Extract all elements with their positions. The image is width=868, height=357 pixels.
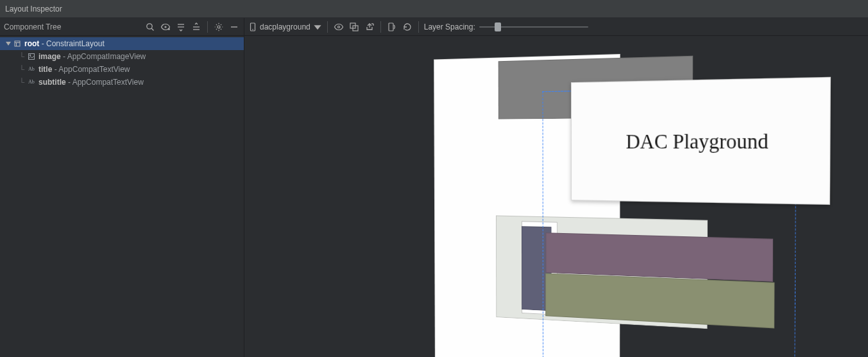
slider-thumb[interactable] (495, 22, 501, 31)
svg-point-0 (147, 23, 152, 28)
tree-node-title[interactable]: └ Ab title - AppCompatTextView (0, 63, 244, 76)
text-icon: Ab (28, 66, 35, 73)
tree-guide: └ (15, 78, 26, 87)
svg-point-15 (30, 55, 31, 56)
title-bar: Layout Inspector (0, 0, 868, 18)
live-updates-icon[interactable] (386, 21, 398, 33)
title-text: DAC Playground (625, 128, 768, 153)
eye-icon[interactable] (333, 21, 345, 33)
svg-rect-25 (389, 23, 393, 31)
text-icon: Ab (28, 79, 35, 85)
separator (418, 21, 419, 33)
tree-node-label: image - AppCompatImageView (38, 52, 146, 61)
svg-point-3 (169, 28, 170, 30)
component-tree-panel: Component Tree (0, 18, 244, 357)
minimize-icon[interactable] (228, 21, 240, 33)
tree-node-label: root - ConstraintLayout (24, 39, 105, 48)
refresh-icon[interactable] (402, 21, 413, 33)
separator (207, 21, 208, 33)
inspector-toolbar: dacplayground (244, 18, 868, 36)
component-tree-toolbar (144, 21, 240, 33)
tree-node-subtitle[interactable]: └ Ab subtitle - AppCompatTextView (0, 76, 244, 89)
layer-spacing-label: Layer Spacing: (424, 22, 475, 31)
tree-node-label: title - AppCompatTextView (38, 65, 130, 74)
separator (327, 21, 328, 33)
tree-node-label: subtitle - AppCompatTextView (38, 78, 144, 87)
tree-guide: └ (15, 52, 26, 61)
collapse-all-icon[interactable] (191, 21, 202, 33)
svg-rect-11 (15, 41, 20, 46)
expand-all-icon[interactable] (175, 21, 187, 33)
device-icon (248, 22, 257, 31)
layer-spacing-slider[interactable] (479, 22, 588, 32)
svg-point-8 (217, 26, 220, 28)
layer-spacing-control: Layer Spacing: (424, 22, 588, 32)
layout-icon (14, 40, 21, 47)
layout-inspector-window: Layout Inspector Component Tree (0, 0, 868, 357)
process-selector[interactable]: dacplayground (248, 22, 322, 31)
image-icon (28, 53, 35, 60)
layout-canvas[interactable]: DAC Playground (244, 36, 868, 357)
component-tree-title: Component Tree (4, 22, 61, 31)
layer-title-text[interactable]: DAC Playground (571, 77, 831, 205)
svg-marker-10 (6, 42, 11, 46)
tree-node-root[interactable]: root - ConstraintLayout (0, 37, 244, 50)
process-name: dacplayground (260, 22, 311, 31)
svg-point-2 (165, 26, 166, 28)
tree-node-image[interactable]: └ image - AppCompatImageView (0, 50, 244, 63)
search-icon[interactable] (144, 21, 156, 33)
scene-3d: DAC Playground (302, 36, 867, 357)
overlay-icon[interactable] (348, 21, 360, 33)
svg-marker-18 (314, 25, 321, 30)
eye-icon[interactable] (160, 21, 171, 33)
svg-line-1 (151, 28, 153, 30)
component-tree-header: Component Tree (0, 18, 244, 36)
tree-guide: └ (15, 65, 26, 74)
chevron-down-icon[interactable] (5, 40, 12, 47)
content-area: Component Tree (0, 18, 868, 357)
separator (380, 21, 381, 33)
gear-icon[interactable] (213, 21, 225, 33)
main-panel: dacplayground (244, 18, 868, 357)
export-icon[interactable] (364, 21, 375, 33)
component-tree[interactable]: root - ConstraintLayout └ image - AppCom… (0, 36, 244, 89)
chevron-down-icon (313, 22, 322, 31)
svg-point-19 (337, 26, 339, 28)
window-title: Layout Inspector (5, 4, 62, 13)
